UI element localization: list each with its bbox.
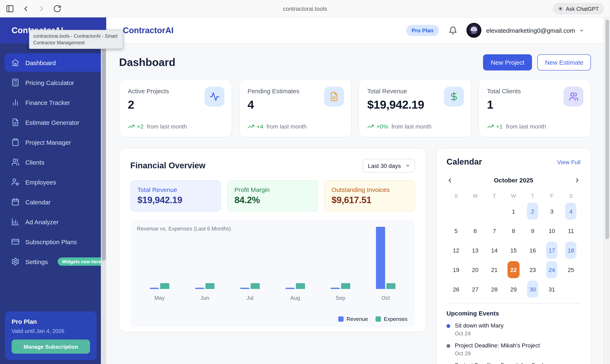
x-tick-label: Oct xyxy=(363,295,408,303)
calendar-day-14[interactable]: 14 xyxy=(489,242,500,259)
ask-chatgpt-button[interactable]: ✳ Ask ChatGPT xyxy=(553,3,604,14)
calendar-day-21[interactable]: 21 xyxy=(489,261,500,278)
sidebar-item-estimate-generator[interactable]: Estimate Generator xyxy=(5,113,102,131)
view-full-link[interactable]: View Full xyxy=(557,159,581,165)
calendar-week-row: 567891011 xyxy=(447,221,581,240)
event-date: Oct 24 xyxy=(455,330,503,337)
chart-legend: RevenueExpenses xyxy=(338,316,407,322)
sidebar-scrollbar[interactable] xyxy=(101,43,106,364)
calendar-cell: 13 xyxy=(466,240,485,260)
calendar-week-row: 12131415161718 xyxy=(447,240,581,260)
calendar-day-19[interactable]: 19 xyxy=(450,261,462,278)
sidebar-item-label: Pricing Calculator xyxy=(25,79,74,86)
sidebar-item-settings[interactable]: SettingsWidgets now here xyxy=(5,252,102,271)
calendar-day-28[interactable]: 28 xyxy=(489,281,500,298)
header-right: Pro Plan elevatedmarketing0@gmail.com xyxy=(406,23,584,38)
stat-note: from last month xyxy=(147,123,187,130)
sidebar-item-finance-tracker[interactable]: Finance Tracker xyxy=(5,93,102,112)
summary-label: Profit Margin xyxy=(234,186,311,193)
day-of-week-label: S xyxy=(447,193,466,199)
event-date: Oct 29 xyxy=(455,350,540,357)
calendar-cell: 18 xyxy=(561,240,581,260)
avatar[interactable] xyxy=(466,23,481,38)
calendar-day-4[interactable]: 4 xyxy=(565,203,577,220)
back-icon[interactable] xyxy=(22,4,30,13)
calendar-day-30[interactable]: 30 xyxy=(527,281,538,298)
calendar-day-26[interactable]: 26 xyxy=(450,281,462,298)
notifications-bell-icon[interactable] xyxy=(448,26,457,35)
sidebar-scrollbar-thumb[interactable] xyxy=(101,45,106,261)
calendar-day-1[interactable]: 1 xyxy=(508,203,519,220)
sidebar-item-subscription-plans[interactable]: Subscription Plans xyxy=(5,233,102,251)
stat-delta: +2 xyxy=(137,123,144,130)
calendar-cell: 4 xyxy=(561,201,581,221)
date-range-select[interactable]: Last 30 days xyxy=(363,159,415,172)
address-bar[interactable]: contractorai.tools xyxy=(0,5,610,12)
sidebar-item-employees[interactable]: Employees xyxy=(5,173,102,191)
forward-icon[interactable] xyxy=(37,4,46,13)
day-of-week-label: M xyxy=(466,193,485,199)
calendar-day-8[interactable]: 8 xyxy=(508,222,519,239)
reload-icon[interactable] xyxy=(53,4,61,13)
calendar-day-7[interactable]: 7 xyxy=(489,222,500,239)
sidebar-toggle-icon[interactable] xyxy=(6,4,14,13)
new-project-button[interactable]: New Project xyxy=(483,54,532,70)
calendar-day-22[interactable]: 22 xyxy=(507,261,519,278)
calendar-day-27[interactable]: 27 xyxy=(470,281,481,298)
calendar-month-label: October 2025 xyxy=(453,177,574,184)
sidebar-item-project-manager[interactable]: Project Manager xyxy=(5,133,102,151)
sidebar-item-clients[interactable]: Clients xyxy=(5,153,102,171)
calendar-day-3[interactable]: 3 xyxy=(546,203,557,220)
sidebar-item-calendar[interactable]: Calendar xyxy=(5,193,102,211)
calendar-day-24[interactable]: 24 xyxy=(546,261,557,278)
legend-label: Expenses xyxy=(384,316,407,322)
calendar-day-17[interactable]: 17 xyxy=(546,242,557,259)
calendar-day-10[interactable]: 10 xyxy=(546,222,557,239)
calendar-cell: 27 xyxy=(466,279,485,299)
calendar-day-9[interactable]: 9 xyxy=(527,222,538,239)
calendar-day-18[interactable]: 18 xyxy=(565,242,577,259)
calendar-cell xyxy=(447,201,466,221)
sidebar-item-ad-analyzer[interactable]: Ad Analyzer xyxy=(5,213,102,231)
sidebar-item-label: Project Manager xyxy=(25,139,71,146)
stat-trend: +2from last month xyxy=(128,123,187,130)
calendar-day-20[interactable]: 20 xyxy=(470,261,481,278)
credit-card-icon xyxy=(11,237,19,246)
sidebar-item-label: Dashboard xyxy=(25,59,56,66)
calendar-day-25[interactable]: 25 xyxy=(565,261,577,278)
calendar-day-2[interactable]: 2 xyxy=(527,203,538,220)
calendar-cell: 12 xyxy=(447,240,466,260)
event-title: Project Deadline: Mikah's Project xyxy=(455,342,540,349)
summary-card-total-revenue: Total Revenue$19,942.19 xyxy=(130,180,221,211)
sidebar-item-label: Clients xyxy=(25,159,44,166)
window-scrollbar[interactable] xyxy=(604,17,610,364)
financial-summary-row: Total Revenue$19,942.19Profit Margin84.2… xyxy=(130,180,415,211)
activity-icon xyxy=(204,87,224,106)
calendar-day-13[interactable]: 13 xyxy=(470,242,481,259)
sidebar-item-dashboard[interactable]: Dashboard xyxy=(5,53,102,72)
sidebar-item-pricing-calculator[interactable]: Pricing Calculator xyxy=(5,73,102,92)
calendar-day-23[interactable]: 23 xyxy=(527,261,538,278)
manage-subscription-button[interactable]: Manage Subscription xyxy=(12,339,90,354)
chart-bars-icon xyxy=(11,98,19,106)
next-month-icon[interactable] xyxy=(574,177,581,183)
day-of-week-label: F xyxy=(542,193,561,199)
window-scrollbar-thumb[interactable] xyxy=(605,19,609,239)
calendar-day-29[interactable]: 29 xyxy=(508,281,519,298)
calendar-cell: 7 xyxy=(485,221,504,240)
account-menu-chevron-icon[interactable] xyxy=(579,27,584,33)
calendar-day-11[interactable]: 11 xyxy=(565,222,577,239)
browser-window: contractorai.tools ✳ Ask ChatGPT Contrac… xyxy=(0,0,610,364)
expenses-bar xyxy=(205,283,215,289)
account-email[interactable]: elevatedmarketing0@gmail.com xyxy=(486,27,575,34)
calendar-day-31[interactable]: 31 xyxy=(546,281,557,298)
calendar-day-16[interactable]: 16 xyxy=(527,242,538,259)
expenses-bar xyxy=(386,283,395,289)
calendar-day-12[interactable]: 12 xyxy=(450,242,462,259)
calendar-day-6[interactable]: 6 xyxy=(470,222,481,239)
prev-month-icon[interactable] xyxy=(447,177,453,183)
calendar-day-15[interactable]: 15 xyxy=(508,242,519,259)
summary-label: Outstanding Invoices xyxy=(332,186,408,193)
new-estimate-button[interactable]: New Estimate xyxy=(538,54,591,70)
calendar-day-5[interactable]: 5 xyxy=(450,222,462,239)
